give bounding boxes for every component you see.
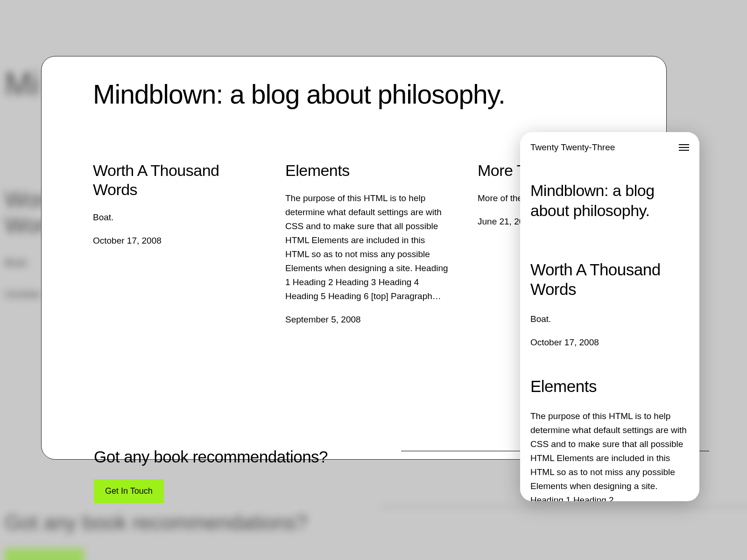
- post-date: September 5, 2008: [285, 315, 450, 325]
- blur-cta-heading: Got any book recommendations?: [5, 511, 307, 534]
- mobile-post-title-link[interactable]: Worth A Thousand Words: [530, 260, 689, 299]
- mobile-post-card: Elements The purpose of this HTML is to …: [530, 377, 689, 501]
- post-title-link[interactable]: Elements: [285, 161, 450, 180]
- get-in-touch-button[interactable]: Get In Touch: [94, 479, 164, 503]
- cta-section: Got any book recommendations? Get In Tou…: [94, 448, 328, 503]
- post-title-link[interactable]: Worth A Thousand Words: [93, 161, 257, 199]
- mobile-post-excerpt: The purpose of this HTML is to help dete…: [530, 409, 689, 501]
- post-excerpt: The purpose of this HTML is to help dete…: [285, 191, 450, 303]
- blur-divider: [381, 506, 747, 507]
- cta-heading: Got any book recommendations?: [94, 448, 328, 466]
- blur-site-title: Mi: [5, 65, 39, 103]
- blur-cta-button: [5, 548, 84, 560]
- blur-excerpt: Boat.: [5, 257, 28, 269]
- post-date: October 17, 2008: [93, 236, 257, 246]
- mobile-post-title-link[interactable]: Elements: [530, 377, 689, 396]
- blur-post-heading: Wor Wor: [5, 187, 45, 238]
- mobile-tagline: Mindblown: a blog about philosophy.: [530, 181, 689, 220]
- mobile-preview-card: Twenty Twenty-Three Mindblown: a blog ab…: [520, 132, 699, 501]
- hamburger-menu-icon[interactable]: [679, 144, 689, 151]
- site-tagline: Mindblown: a blog about philosophy.: [93, 79, 615, 110]
- post-excerpt: Boat.: [93, 210, 257, 224]
- post-card: Elements The purpose of this HTML is to …: [285, 161, 450, 325]
- mobile-post-excerpt: Boat.: [530, 312, 689, 326]
- mobile-site-title[interactable]: Twenty Twenty-Three: [530, 142, 615, 153]
- mobile-post-card: Worth A Thousand Words Boat. October 17,…: [530, 260, 689, 348]
- blur-date: October: [5, 288, 41, 301]
- mobile-header: Twenty Twenty-Three: [530, 142, 689, 153]
- mobile-post-date: October 17, 2008: [530, 337, 689, 348]
- post-card: Worth A Thousand Words Boat. October 17,…: [93, 161, 257, 325]
